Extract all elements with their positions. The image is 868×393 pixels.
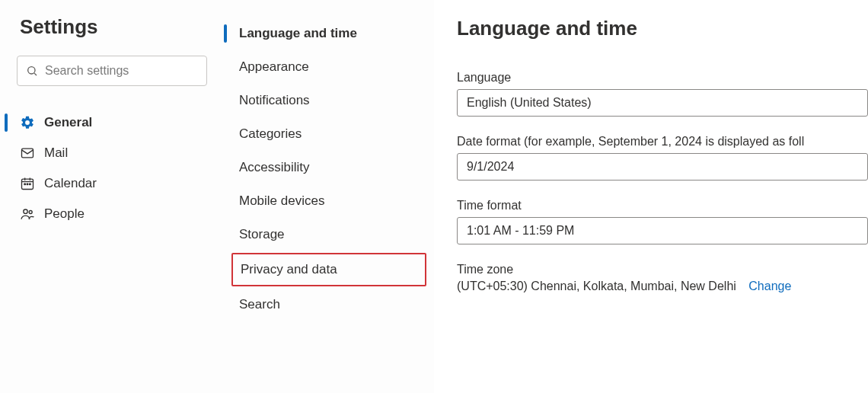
sub-label: Appearance (239, 59, 309, 74)
select-time-format[interactable]: 1:01 AM - 11:59 PM (457, 217, 868, 244)
sub-label: Categories (239, 126, 302, 141)
search-input[interactable] (17, 56, 207, 86)
field-time-zone: Time zone (UTC+05:30) Chennai, Kolkata, … (457, 263, 868, 293)
sub-label: Accessibility (239, 160, 310, 174)
sub-item-language-and-time[interactable]: Language and time (221, 17, 434, 50)
sub-item-mobile-devices[interactable]: Mobile devices (221, 184, 434, 218)
nav-label: Mail (44, 145, 68, 161)
mail-icon (20, 145, 35, 161)
sub-item-appearance[interactable]: Appearance (221, 50, 434, 84)
sub-label: Language and time (239, 26, 357, 40)
svg-point-11 (29, 211, 32, 214)
field-time-format: Time format 1:01 AM - 11:59 PM (457, 199, 868, 244)
field-date-format: Date format (for example, September 1, 2… (457, 135, 868, 181)
content: Language and time Language English (Unit… (434, 0, 868, 393)
nav-item-calendar[interactable]: Calendar (12, 168, 207, 199)
select-date-format[interactable]: 9/1/2024 (457, 153, 868, 181)
primary-nav: General Mail Calendar People (12, 107, 207, 229)
sub-item-search[interactable]: Search (221, 288, 434, 321)
sub-item-notifications[interactable]: Notifications (221, 84, 434, 117)
label-date-format: Date format (for example, September 1, 2… (457, 135, 868, 149)
label-language: Language (457, 71, 868, 85)
sub-item-storage[interactable]: Storage (221, 218, 434, 251)
sub-label: Search (239, 297, 280, 312)
svg-line-1 (34, 73, 37, 75)
nav-item-mail[interactable]: Mail (12, 138, 207, 168)
sub-nav: Language and time Appearance Notificatio… (221, 17, 434, 321)
nav-label: Calendar (44, 176, 97, 191)
svg-point-7 (24, 184, 26, 185)
sub-item-categories[interactable]: Categories (221, 117, 434, 151)
calendar-icon (20, 176, 35, 191)
people-icon (20, 206, 35, 222)
nav-label: People (44, 206, 85, 222)
svg-point-8 (27, 184, 28, 185)
sub-label: Privacy and data (241, 262, 337, 276)
change-time-zone-link[interactable]: Change (748, 280, 791, 292)
label-time-format: Time format (457, 199, 868, 212)
sidebar-primary: Settings General Mail Calendar (0, 0, 221, 393)
svg-rect-2 (22, 149, 34, 158)
label-time-zone: Time zone (457, 263, 868, 276)
page-heading: Language and time (457, 17, 868, 40)
sub-label: Mobile devices (239, 193, 324, 208)
svg-point-10 (24, 209, 27, 213)
gear-icon (20, 115, 35, 130)
time-zone-value: (UTC+05:30) Chennai, Kolkata, Mumbai, Ne… (457, 280, 736, 292)
field-language: Language English (United States) (457, 71, 868, 117)
sub-label: Notifications (239, 93, 310, 107)
search-icon (26, 65, 38, 77)
sub-item-privacy-and-data[interactable]: Privacy and data (231, 253, 426, 286)
search-wrap (17, 56, 207, 86)
sub-label: Storage (239, 227, 285, 241)
sidebar-sub: Language and time Appearance Notificatio… (221, 0, 434, 393)
sub-item-accessibility[interactable]: Accessibility (221, 151, 434, 184)
svg-point-9 (30, 184, 31, 185)
time-zone-row: (UTC+05:30) Chennai, Kolkata, Mumbai, Ne… (457, 280, 868, 293)
nav-label: General (44, 115, 92, 130)
settings-title: Settings (17, 15, 207, 39)
nav-item-general[interactable]: General (12, 107, 207, 138)
nav-item-people[interactable]: People (12, 199, 207, 229)
select-language[interactable]: English (United States) (457, 89, 868, 117)
svg-point-0 (28, 67, 35, 74)
